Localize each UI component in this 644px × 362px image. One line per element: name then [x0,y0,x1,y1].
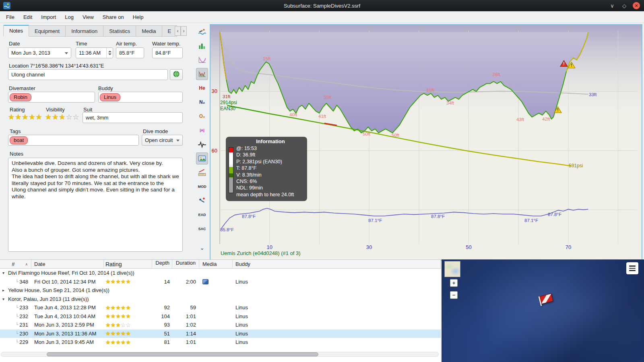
helium-graph-icon[interactable]: He [196,82,208,94]
minimize-button[interactable]: ∨ [609,3,616,9]
workspace: NotesEquipmentInformationStatisticsMedia… [0,23,644,362]
profile-tooltip[interactable]: Information @: 15:53D: 36.9ftP: 2,381psi… [226,137,307,201]
tab-scroll-left-button[interactable]: ‹ [175,26,181,36]
dive-row[interactable]: └348Fri Oct 10, 2014 12:34 PM★★★★★142:00… [0,278,441,286]
buddy-field[interactable]: Linus [98,92,183,103]
notes-textarea[interactable]: Unbelievable dive. Dozens and dozens of … [8,158,183,252]
divemaster-field[interactable]: Robin [8,92,95,103]
media-photo-icon[interactable] [202,279,208,284]
ruler-icon[interactable] [196,167,208,179]
expand-arrow-icon[interactable]: ▸ [2,288,8,292]
titlebar[interactable]: Subsurface: SampleDivesV2.ssrf ∨ ◇ ✕ [0,0,644,11]
tab-scroll-right-button[interactable]: › [181,26,187,36]
deco-diver-icon[interactable] [196,195,208,207]
horizontal-scrollbar[interactable] [1,352,439,357]
air-temp-value: 85.8°F [119,50,134,56]
tooltip-line: T: 87.8°F [236,165,305,171]
dive-mode-select[interactable]: Open circuit [142,135,183,146]
dive-depth-cell: 104 [152,313,172,319]
mod-icon[interactable]: MOD [196,181,208,193]
visibility-label: Visibility [46,107,65,113]
oxygen-graph-icon[interactable]: O₂ [196,110,208,122]
menu-item-file[interactable]: File [2,12,19,22]
map-panel[interactable]: + − [442,259,644,362]
ead-icon[interactable]: EAD [196,209,208,221]
menu-item-help[interactable]: Help [128,12,148,22]
dive-row[interactable]: └230Mon Jun 3, 2013 11:36 AM★★★★★511:14L… [0,329,441,338]
swimmer-icon[interactable] [196,26,208,38]
sort-indicator-icon: ∧ [25,262,28,266]
svg-text:40ft: 40ft [289,112,297,117]
close-button[interactable]: ✕ [633,2,640,9]
dive-buddy-cell: Linus [233,339,441,345]
map-overview-thumbnail[interactable] [444,261,460,277]
column-header-[interactable]: #∧ [0,260,31,268]
dive-date-cell: Mon Jun 3, 2013 2:59 PM [31,322,104,328]
rating-stars[interactable]: ★★★★★ [8,113,43,121]
tab-notes[interactable]: Notes [3,25,29,36]
menu-item-log[interactable]: Log [60,12,78,22]
dive-row[interactable]: └232Tue Jun 4, 2013 10:04 AM★★★★★1041:01… [0,312,441,321]
tab-statistics[interactable]: Statistics [103,25,136,37]
collapse-arrow-icon[interactable]: ▾ [2,271,8,275]
column-header-label: # [12,261,14,267]
column-header-rating[interactable]: Rating [104,260,152,268]
dive-row[interactable]: └229Mon Jun 3, 2013 9:45 AM★★★★★811:01Li… [0,338,441,347]
tooltip-legend-segment [229,167,233,173]
scrollbar-thumb[interactable] [47,352,318,356]
menu-item-view[interactable]: View [78,12,98,22]
date-combobox[interactable]: Mon Jun 3, 2013 [8,47,71,58]
visibility-stars[interactable]: ★★★☆☆ [45,113,80,121]
menu-item-edit[interactable]: Edit [19,12,37,22]
tree-connector: └ [16,314,19,319]
dive-row[interactable]: └233Tue Jun 4, 2013 12:28 PM★★★★★9259Lin… [0,303,441,312]
trip-row[interactable]: ▾Koror, Palau, Jun 2013 (11 dive(s)) [0,295,441,304]
time-spinbox[interactable]: 11:36 AM [76,47,113,58]
menu-item-share-on[interactable]: Share on [98,12,128,22]
buddy-tag[interactable]: Linus [100,93,120,101]
map-globe-button[interactable] [170,69,183,80]
ceiling-icon[interactable] [196,54,208,66]
column-header-buddy[interactable]: Buddy [233,260,441,268]
column-header-depth[interactable]: Depth [152,260,172,268]
menu-item-import[interactable]: Import [37,12,60,22]
column-header-date[interactable]: Date [31,260,104,268]
dc-ceiling-icon[interactable] [196,68,208,80]
tags-field[interactable]: boat [8,135,139,146]
tab-information[interactable]: Information [66,25,103,37]
column-header-media[interactable]: Media [199,260,233,268]
column-header-duration[interactable]: Duration [172,260,199,268]
dive-depth-cell: 51 [152,331,172,337]
tissues-icon[interactable]: |A| [196,124,208,136]
dive-flag-marker[interactable] [539,293,554,306]
maximize-button[interactable]: ◇ [621,3,628,9]
toolbar-scroll-down-button[interactable]: ⌄ [196,243,208,252]
dive-depth-cell: 93 [152,322,172,328]
dive-profile-panel[interactable]: 30601030507015ft28ft31ft34ft35ft40ft41ft… [210,24,642,261]
heartrate-icon[interactable] [196,138,208,150]
tag-boat[interactable]: boat [10,136,28,144]
tab-media[interactable]: Media [136,25,162,37]
dive-depth-cell: 92 [152,304,172,311]
zoom-in-button[interactable]: + [450,279,458,287]
dive-row[interactable]: └231Mon Jun 3, 2013 2:59 PM★★★☆☆931:02Li… [0,321,441,329]
nitrogen-graph-icon[interactable]: N₂ [196,96,208,108]
map-menu-button[interactable] [626,262,638,274]
svg-text:50ft: 50ft [392,133,400,138]
svg-text:30: 30 [366,244,372,250]
suit-field[interactable]: wet, 3mm [83,112,183,123]
divemaster-tag[interactable]: Robin [10,93,31,101]
gas-pressure-icon[interactable] [196,40,208,52]
spinner-arrows-icon[interactable] [106,48,113,58]
trip-row[interactable]: ▸Yellow House, Sun Sep 21, 2014 (1 dive(… [0,286,441,295]
air-temp-field[interactable]: 85.8°F [116,47,144,58]
trip-row[interactable]: ▾Divi Flamingo House Reef, Fri Oct 10, 2… [0,269,441,278]
sac-icon[interactable]: SAC [196,223,208,235]
dive-date-cell: Mon Jun 3, 2013 9:45 AM [31,339,104,345]
water-temp-field[interactable]: 84.8°F [152,47,183,58]
zoom-out-button[interactable]: − [450,291,458,299]
collapse-arrow-icon[interactable]: ▾ [2,297,8,301]
location-input[interactable]: Ulong channel [8,69,168,80]
tab-equipment[interactable]: Equipment [29,25,66,37]
photos-icon[interactable] [196,152,208,165]
